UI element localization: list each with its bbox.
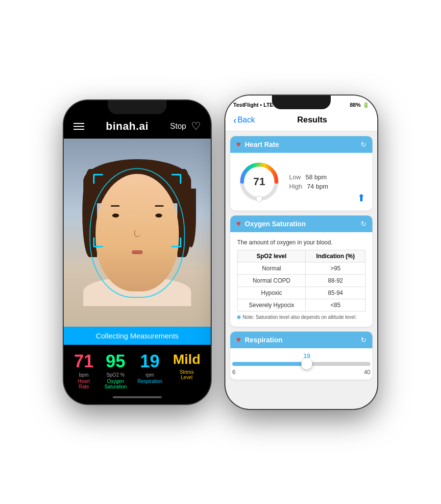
row-normal-level: Normal <box>238 262 306 274</box>
row-normal-copd-level: Normal COPD <box>238 274 306 287</box>
hr-low-value: 58 bpm <box>305 173 326 181</box>
oxygen-table: SpO2 level Indication (%) Normal >95 <box>237 250 366 312</box>
slider-min-label: 6 <box>232 369 236 376</box>
svg-point-1 <box>256 196 262 202</box>
home-bar <box>64 393 211 404</box>
row-severely-level: Severely Hypocix <box>238 299 306 311</box>
heart-rate-card-header: ♥ Heart Rate ↻ <box>230 136 372 153</box>
table-row: Hypoxic 85-94 <box>238 287 366 299</box>
gauge-value: 71 <box>253 175 265 188</box>
ox-label: OxygenSaturation <box>104 379 127 389</box>
header-right: Stop ♡ <box>170 120 201 133</box>
metrics-bar: 71 bpm HeartRate 95 SpO2 % OxygenSaturat… <box>64 345 211 393</box>
right-screen: TestFlight ▪ LTE 11:14 88% 🔋 ‹ Back Resu… <box>225 96 377 409</box>
back-chevron-icon: ‹ <box>233 115 237 126</box>
refresh-icon[interactable]: ↻ <box>361 141 367 148</box>
slider-labels: 6 40 <box>232 369 370 376</box>
heart-rate-body: 71 Low 58 bpm High <box>230 153 372 211</box>
rr-unit: rpm <box>146 372 154 378</box>
hr-high-row: High 74 bpm <box>289 183 328 190</box>
collecting-banner: Collecting Measurements <box>64 327 211 345</box>
home-indicator <box>113 396 162 398</box>
menu-icon[interactable] <box>74 123 84 130</box>
hr-low-row: Low 58 bpm <box>289 173 328 181</box>
heart-rate-title: Heart Rate <box>245 141 357 148</box>
stop-button[interactable]: Stop <box>170 122 186 131</box>
oxygen-note: Note: Saturation level also depends on a… <box>237 314 366 320</box>
slider-track <box>232 362 370 366</box>
hr-low-label: Low <box>289 173 301 181</box>
note-dot-icon <box>237 315 241 319</box>
row-hypoxic-level: Hypoxic <box>238 287 306 299</box>
table-header-level: SpO2 level <box>238 250 306 262</box>
table-header-indication: Indication (%) <box>306 250 366 262</box>
camera-view <box>64 139 211 327</box>
respiration-body: 19 6 40 <box>230 348 372 380</box>
metric-oxygen: 95 SpO2 % OxygenSaturation <box>104 353 127 389</box>
oxygen-description: The amount of oxygen in your blood. <box>237 239 366 246</box>
status-carrier: TestFlight ▪ LTE <box>233 102 273 108</box>
table-row: Severely Hypocix <85 <box>238 299 366 311</box>
phone-notch <box>108 100 167 114</box>
oxygen-heart-icon: ♥ <box>236 219 241 228</box>
hr-stats: Low 58 bpm High 74 bpm <box>289 173 328 190</box>
respiration-refresh-icon[interactable]: ↻ <box>361 336 367 344</box>
left-screen: binah.ai Stop ♡ <box>64 100 211 404</box>
row-normal-copd-value: 88-92 <box>306 274 366 287</box>
table-row: Normal COPD 88-92 <box>238 274 366 287</box>
respiration-slider-container: 19 6 40 <box>232 362 370 376</box>
results-content: ♥ Heart Rate ↻ <box>225 131 377 409</box>
row-normal-value: >95 <box>306 262 366 274</box>
table-row: Normal >95 <box>238 262 366 274</box>
st-label: StressLevel <box>180 369 194 380</box>
right-notch <box>272 96 331 109</box>
row-hypoxic-value: 85-94 <box>306 287 366 299</box>
heart-rate-card: ♥ Heart Rate ↻ <box>230 136 372 211</box>
ox-unit: SpO2 % <box>106 372 124 378</box>
oxygen-title: Oxygen Saturation <box>245 220 357 228</box>
heart-rate-gauge: 71 <box>237 160 281 204</box>
oxygen-refresh-icon[interactable]: ↻ <box>361 220 367 228</box>
rr-label: Respiration <box>137 379 162 384</box>
rr-value: 19 <box>140 353 160 370</box>
oxygen-card-header: ♥ Oxygen Saturation ↻ <box>230 216 372 232</box>
ox-value: 95 <box>106 353 125 370</box>
oxygen-card: ♥ Oxygen Saturation ↻ The amount of oxyg… <box>230 216 372 327</box>
note-text: Note: Saturation level also depends on a… <box>243 314 357 320</box>
hr-high-value: 74 bpm <box>307 183 328 190</box>
respiration-card: ♥ Respiration ↻ 19 6 <box>230 332 372 380</box>
results-nav: ‹ Back Results <box>225 112 377 131</box>
metric-respiration: 19 rpm Respiration <box>137 353 162 389</box>
hr-value: 71 <box>74 353 94 370</box>
app-title: binah.ai <box>106 120 148 133</box>
respiration-card-header: ♥ Respiration ↻ <box>230 332 372 348</box>
slider-max-label: 40 <box>364 369 370 376</box>
page-title: Results <box>255 115 369 125</box>
metric-heart-rate: 71 bpm HeartRate <box>74 353 94 389</box>
heart-rate-heart-icon: ♥ <box>236 140 241 149</box>
row-severely-value: <85 <box>306 299 366 311</box>
phone-left: binah.ai Stop ♡ <box>64 100 211 404</box>
metric-stress: Mild StressLevel <box>173 353 200 389</box>
st-value: Mild <box>173 353 200 366</box>
hr-unit: bpm <box>79 372 88 378</box>
heart-icon[interactable]: ♡ <box>191 120 201 133</box>
back-button[interactable]: ‹ Back <box>233 115 255 126</box>
hr-high-label: High <box>289 183 302 190</box>
slider-thumb[interactable] <box>301 359 312 369</box>
share-icon[interactable]: ⬆ <box>357 192 366 204</box>
respiration-title: Respiration <box>245 336 357 344</box>
respiration-heart-icon: ♥ <box>236 336 241 344</box>
scene: binah.ai Stop ♡ <box>64 96 377 409</box>
hr-label: HeartRate <box>78 379 90 389</box>
back-label: Back <box>238 116 255 124</box>
phone-right: TestFlight ▪ LTE 11:14 88% 🔋 ‹ Back Resu… <box>225 96 377 409</box>
oxygen-body: The amount of oxygen in your blood. SpO2… <box>230 232 372 327</box>
status-battery: 88% 🔋 <box>350 102 369 108</box>
